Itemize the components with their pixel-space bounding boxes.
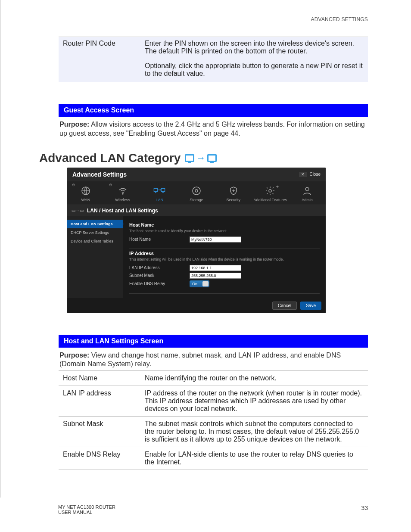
host-lan-table: Host NameName identifying the router on … bbox=[59, 370, 368, 470]
window-title: Advanced Settings bbox=[72, 171, 127, 178]
row-desc: IP address of the router on the network … bbox=[145, 389, 364, 413]
close-button[interactable]: ✕ Close bbox=[299, 172, 321, 177]
guest-purpose-text: Allow visitors access to the 2.4 GHz and… bbox=[59, 121, 365, 137]
table-row: Enable DNS RelayEnable for LAN-side clie… bbox=[59, 447, 368, 470]
tab-label: Additional Features bbox=[254, 198, 287, 202]
row-label: Subnet Mask bbox=[63, 420, 145, 443]
tab-security[interactable]: Security bbox=[216, 186, 251, 202]
settings-body: Host Name The host name is used to ident… bbox=[123, 216, 326, 298]
guest-purpose: Purpose: Allow visitors access to the 2.… bbox=[59, 117, 368, 138]
breadcrumb: ▭→▭LAN / Host and LAN Settings bbox=[67, 205, 326, 216]
table-row: Host NameName identifying the router on … bbox=[59, 370, 368, 386]
pin-p1: Enter the PIN shown on the screen into t… bbox=[145, 40, 364, 55]
guest-access-banner: Guest Access Screen bbox=[59, 104, 368, 117]
router-ui-screenshot: Advanced Settings ✕ Close ⚙WAN ⚙Wireless… bbox=[67, 168, 326, 313]
tab-label: LAN bbox=[156, 198, 163, 202]
lan-ip-input[interactable] bbox=[190, 265, 241, 271]
svg-rect-3 bbox=[161, 188, 165, 191]
svg-point-5 bbox=[195, 190, 198, 192]
globe-icon bbox=[80, 186, 92, 196]
row-desc: Name identifying the router on the netwo… bbox=[145, 374, 364, 382]
table-row: Subnet MaskThe subnet mask controls whic… bbox=[59, 416, 368, 447]
plus-icon: + bbox=[276, 184, 279, 190]
page-body: Router PIN Code Enter the PIN shown on t… bbox=[0, 0, 411, 498]
svg-point-4 bbox=[193, 187, 200, 195]
lan-icon: → bbox=[185, 152, 217, 164]
hostname-section: Host Name The host name is used to ident… bbox=[129, 221, 320, 249]
table-row: LAN IP addressIP address of the router o… bbox=[59, 386, 368, 416]
disc-icon bbox=[190, 186, 202, 196]
row-label: Enable DNS Relay bbox=[63, 451, 145, 466]
tab-wan[interactable]: ⚙WAN bbox=[68, 186, 103, 202]
subnet-label: Subnet Mask bbox=[129, 273, 190, 278]
ip-heading: IP Address bbox=[129, 251, 320, 256]
top-tabs: ⚙WAN ⚙Wireless LAN Storage Security +Add… bbox=[67, 181, 326, 205]
ip-hint: This internet setting will be used in th… bbox=[129, 257, 320, 261]
svg-point-7 bbox=[305, 187, 309, 191]
sidebar-item-devices[interactable]: Device and Client Tables bbox=[67, 237, 123, 246]
gear-icon: ⚙ bbox=[72, 183, 75, 187]
row-desc: Enable for LAN-side clients to use the r… bbox=[145, 451, 364, 466]
shield-icon bbox=[227, 186, 240, 196]
advanced-lan-title: Advanced LAN Category bbox=[39, 151, 181, 165]
lan-small-icon: ▭→▭ bbox=[72, 208, 84, 213]
svg-point-6 bbox=[269, 190, 271, 192]
gear-icon: ⚙ bbox=[109, 183, 112, 187]
tab-lan[interactable]: LAN bbox=[142, 186, 177, 202]
cancel-button[interactable]: Cancel bbox=[272, 302, 297, 310]
hostname-label: Host Name bbox=[129, 237, 190, 242]
svg-point-1 bbox=[122, 193, 123, 194]
host-lan-purpose-text: View and change host name, subnet mask, … bbox=[59, 352, 341, 368]
dns-relay-toggle[interactable]: On bbox=[190, 280, 209, 287]
action-bar: Cancel Save bbox=[67, 298, 326, 313]
router-pin-row: Router PIN Code Enter the PIN shown on t… bbox=[59, 37, 368, 82]
tab-admin[interactable]: Admin bbox=[290, 186, 324, 202]
breadcrumb-text: LAN / Host and LAN Settings bbox=[87, 208, 158, 214]
purpose-label: Purpose: bbox=[59, 121, 89, 128]
sidebar-item-host[interactable]: Host and LAN Settings bbox=[67, 220, 123, 228]
tab-additional[interactable]: +Additional Features bbox=[253, 186, 287, 202]
page-header-right: ADVANCED SETTINGS bbox=[311, 16, 368, 22]
pin-description: Enter the PIN shown on the screen into t… bbox=[145, 40, 364, 78]
row-label: LAN IP address bbox=[63, 389, 145, 413]
tab-storage[interactable]: Storage bbox=[179, 186, 214, 202]
hostname-input[interactable] bbox=[190, 236, 241, 243]
ip-section: IP Address This internet setting will be… bbox=[129, 249, 320, 294]
tab-label: Admin bbox=[302, 198, 313, 202]
pin-label: Router PIN Code bbox=[63, 40, 145, 78]
host-lan-banner: Host and LAN Settings Screen bbox=[59, 335, 368, 348]
subnet-input[interactable] bbox=[190, 273, 241, 279]
row-desc: The subnet mask controls which subnet th… bbox=[145, 420, 364, 443]
monitor-icon bbox=[207, 154, 217, 162]
tab-label: WAN bbox=[81, 198, 90, 202]
footer-left: MY NET AC1300 ROUTER USER MANUAL bbox=[58, 504, 115, 515]
close-icon: ✕ bbox=[299, 172, 307, 177]
hostname-heading: Host Name bbox=[129, 222, 320, 227]
close-label: Close bbox=[309, 172, 321, 177]
arrow-icon: → bbox=[196, 152, 206, 164]
footer-manual: USER MANUAL bbox=[58, 510, 115, 515]
page-number: 33 bbox=[361, 504, 368, 515]
lan-icon bbox=[153, 186, 165, 196]
hostname-hint: The host name is used to identify your d… bbox=[129, 229, 320, 233]
purpose-label: Purpose: bbox=[59, 352, 89, 359]
tab-wireless[interactable]: ⚙Wireless bbox=[106, 186, 140, 202]
row-label: Host Name bbox=[63, 374, 145, 382]
save-button[interactable]: Save bbox=[300, 302, 321, 310]
sidebar: Host and LAN Settings DHCP Server Settin… bbox=[67, 216, 123, 298]
page-footer: MY NET AC1300 ROUTER USER MANUAL 33 bbox=[58, 504, 368, 515]
wifi-icon bbox=[117, 186, 129, 196]
lan-ip-label: LAN IP Address bbox=[129, 265, 190, 270]
monitor-icon bbox=[185, 154, 194, 162]
footer-product: MY NET AC1300 ROUTER bbox=[58, 504, 115, 510]
tab-label: Storage bbox=[190, 198, 203, 202]
gear-icon bbox=[264, 186, 276, 196]
svg-rect-2 bbox=[154, 188, 158, 191]
tab-label: Security bbox=[226, 198, 240, 202]
pin-p2: Optionally, click the appropriate button… bbox=[145, 62, 364, 78]
sidebar-item-dhcp[interactable]: DHCP Server Settings bbox=[67, 228, 123, 237]
advanced-lan-heading: Advanced LAN Category → bbox=[39, 151, 368, 165]
person-icon bbox=[301, 186, 313, 196]
host-lan-purpose: Purpose: View and change host name, subn… bbox=[59, 348, 368, 369]
tab-label: Wireless bbox=[115, 198, 130, 202]
